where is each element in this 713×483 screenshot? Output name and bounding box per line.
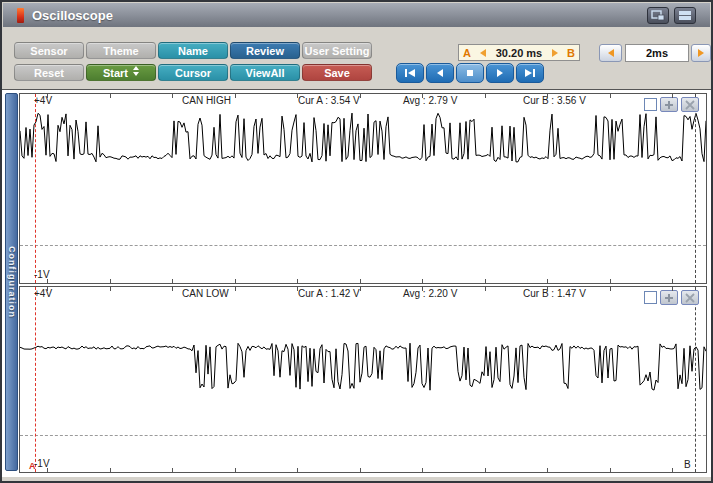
close-icon (685, 293, 695, 303)
channel-name: CAN LOW (182, 288, 229, 299)
axis-tick (547, 94, 548, 98)
axis-tick (47, 279, 48, 283)
cursor-a-value: Cur A : 3.54 V (298, 95, 360, 106)
axis-tick (547, 279, 548, 283)
window-title: Oscilloscope (32, 8, 113, 23)
sensor-button[interactable]: Sensor (14, 42, 84, 59)
axis-tick (360, 287, 361, 291)
cascade-windows-button[interactable] (647, 7, 669, 24)
stop-button[interactable] (456, 63, 484, 83)
channel-checkbox[interactable] (644, 98, 657, 111)
axis-tick (485, 468, 486, 472)
left-arrow-icon (608, 49, 614, 57)
axis-tick (235, 468, 236, 472)
axis-tick (172, 279, 173, 283)
oscilloscope-window: Oscilloscope Sensor Theme Name Review Us… (0, 0, 713, 483)
axis-tick (547, 287, 548, 291)
timebase-decrease-button[interactable] (599, 44, 622, 62)
step-back-icon (434, 68, 446, 78)
axis-tick (235, 287, 236, 291)
axis-tick (610, 468, 611, 472)
axis-tick (172, 468, 173, 472)
cursor-b-line[interactable] (695, 94, 696, 283)
axis-tick (672, 279, 673, 283)
plus-icon (664, 293, 674, 303)
axis-tick (610, 94, 611, 98)
vmax-label: +4V (34, 95, 52, 106)
axis-tick (297, 94, 298, 98)
channel-checkbox[interactable] (644, 291, 657, 304)
axis-tick (485, 94, 486, 98)
axis-tick (297, 468, 298, 472)
axis-tick (235, 94, 236, 98)
timebase-increase-button[interactable] (691, 44, 711, 62)
axis-tick (110, 468, 111, 472)
zoom-in-button[interactable] (660, 290, 678, 305)
axis-tick (422, 468, 423, 472)
close-channel-button[interactable] (681, 97, 699, 112)
skip-to-start-button[interactable] (396, 63, 424, 83)
skip-to-start-icon (404, 68, 416, 78)
configuration-tab-label: Configuration (7, 246, 17, 318)
axis-tick (297, 279, 298, 283)
configuration-tab[interactable]: Configuration (5, 93, 18, 471)
axis-tick (672, 287, 673, 291)
axis-tick (47, 94, 48, 98)
skip-to-end-icon (524, 68, 536, 78)
cursor-b-value: Cur B : 3.56 V (523, 95, 586, 106)
axis-tick (422, 287, 423, 291)
play-icon (494, 68, 506, 78)
axis-tick (47, 287, 48, 291)
axis-tick (422, 279, 423, 283)
title-bar: Oscilloscope (3, 3, 710, 27)
channel-panel-can-low: +4V CAN LOW Cur A : 1.42 V Avg : 2.20 V … (19, 286, 707, 473)
timebase-value: 2ms (625, 44, 689, 62)
axis-tick (360, 279, 361, 283)
play-button[interactable] (486, 63, 514, 83)
cursor-delta-readout[interactable]: A 30.20 ms B (458, 44, 580, 61)
cursor-b-marker: B (684, 459, 691, 470)
axis-tick (672, 468, 673, 472)
step-back-button[interactable] (426, 63, 454, 83)
cursor-a-line[interactable] (35, 287, 36, 472)
axis-tick (235, 279, 236, 283)
cursor-b-value: Cur B : 1.47 V (523, 288, 586, 299)
cursor-a-line[interactable] (35, 94, 36, 283)
tile-windows-icon (678, 10, 692, 21)
theme-button[interactable]: Theme (86, 42, 156, 59)
viewall-button[interactable]: ViewAll (230, 64, 300, 81)
start-button[interactable]: Start (86, 64, 156, 81)
app-icon (17, 8, 24, 23)
axis-tick (485, 287, 486, 291)
axis-tick (172, 287, 173, 291)
review-button[interactable]: Review (230, 42, 300, 59)
name-button[interactable]: Name (158, 42, 228, 59)
zero-volt-gridline (20, 435, 706, 436)
cursor-a-label: A (463, 47, 471, 59)
cursor-a-arrow-icon (480, 49, 486, 57)
axis-tick (422, 94, 423, 98)
axis-tick (110, 94, 111, 98)
tile-windows-button[interactable] (674, 7, 696, 24)
zoom-in-button[interactable] (660, 97, 678, 112)
skip-to-end-button[interactable] (516, 63, 544, 83)
can-high-waveform (20, 94, 706, 283)
average-value: Avg : 2.20 V (403, 288, 457, 299)
axis-tick (110, 287, 111, 291)
save-button[interactable]: Save (302, 64, 372, 81)
user-setting-button[interactable]: User Setting (302, 42, 372, 59)
cursor-button[interactable]: Cursor (158, 64, 228, 81)
close-icon (685, 100, 695, 110)
reset-button[interactable]: Reset (14, 64, 84, 81)
cursor-b-line[interactable] (695, 287, 696, 472)
right-arrow-icon (698, 49, 704, 57)
stop-icon (464, 68, 476, 78)
spinner-arrows-icon[interactable] (133, 66, 139, 76)
cursor-a-value: Cur A : 1.42 V (298, 288, 360, 299)
average-value: Avg : 2.79 V (403, 95, 457, 106)
plus-icon (664, 100, 674, 110)
axis-tick (360, 468, 361, 472)
close-channel-button[interactable] (681, 290, 699, 305)
vmax-label: +4V (34, 288, 52, 299)
axis-tick (610, 279, 611, 283)
